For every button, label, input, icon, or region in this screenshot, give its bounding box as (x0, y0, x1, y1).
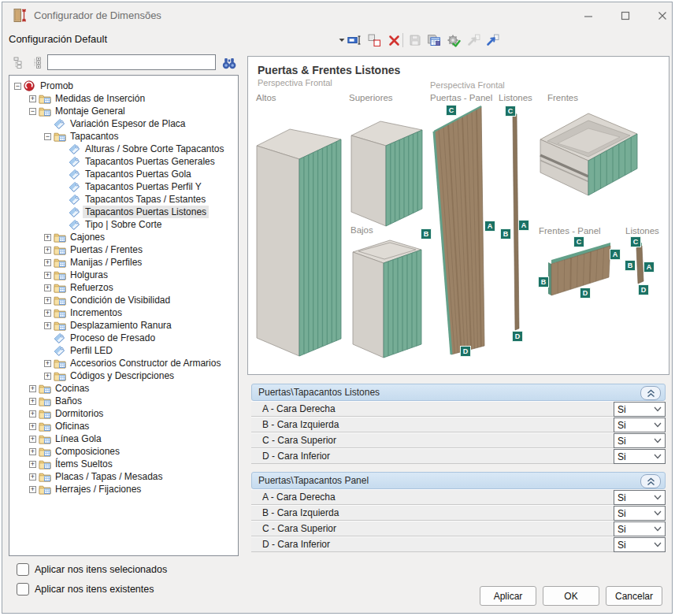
ok-button[interactable]: OK (543, 586, 599, 606)
tree-item[interactable]: +Oficinas (9, 420, 238, 432)
tree-expand-toggle[interactable]: + (44, 373, 51, 380)
tree-item[interactable]: +Códigos y Descripciones (9, 369, 238, 382)
tree-expand-toggle[interactable]: + (44, 247, 51, 254)
select-c-face[interactable]: Si (614, 521, 666, 536)
tree-item[interactable]: Tipo | Sobre Corte (9, 218, 238, 231)
tree-expand-toggle[interactable]: + (44, 360, 51, 367)
tree-item[interactable]: +Puertas / Frentes (9, 243, 238, 256)
tree-item[interactable]: Tapacantos Puertas Listones (9, 206, 238, 218)
binoculars-search-icon[interactable] (221, 55, 238, 71)
chevron-double-up-icon[interactable] (640, 386, 661, 400)
tree-item[interactable]: +Herrajes / Fijaciones (9, 483, 238, 495)
tree-item[interactable]: Alturas / Sobre Corte Tapacantos (9, 143, 238, 155)
collapse-all-icon[interactable] (12, 55, 28, 71)
export-configuration-icon[interactable] (484, 32, 501, 49)
tree-expand-toggle[interactable]: − (14, 83, 21, 90)
tree-item-label: Tapacantos Puertas Generales (83, 155, 217, 168)
tree-item[interactable]: Tapacantos Puertas Perfil Y (9, 180, 238, 193)
tree-expand-toggle[interactable]: + (44, 272, 51, 279)
tree-item[interactable]: +Holguras (9, 269, 238, 281)
tree-expand-toggle[interactable]: − (29, 108, 36, 115)
tree-expand-toggle[interactable]: + (29, 461, 36, 468)
tree-item[interactable]: +Manijas / Perfiles (9, 256, 238, 269)
tree-expand-toggle[interactable]: + (44, 234, 51, 241)
tree-item-label: Oficinas (53, 420, 91, 432)
tree-item[interactable]: −Montaje General (9, 105, 238, 117)
apply-selected-items-checkbox[interactable] (17, 563, 29, 576)
table-row: A - Cara DerechaSi (251, 489, 666, 505)
tree-item[interactable]: +Cajones (9, 231, 238, 243)
select-a-face[interactable]: Si (614, 490, 666, 505)
tree-expand-toggle[interactable]: − (44, 133, 51, 140)
rename-configuration-icon[interactable] (346, 32, 363, 49)
select-c-face[interactable]: Si (614, 433, 666, 448)
tree-item[interactable]: +Condición de Visibilidad (9, 294, 238, 306)
tree-item[interactable]: Tapacantos Tapas / Estantes (9, 193, 238, 206)
illustration-label: Listones (499, 93, 532, 102)
tree-item[interactable]: Proceso de Fresado (9, 332, 238, 344)
select-d-face[interactable]: Si (614, 537, 666, 552)
tree-item-label: Variación Espesor de Placa (68, 117, 188, 130)
configuration-name[interactable]: Configuración Default (9, 33, 107, 45)
close-button[interactable] (649, 6, 675, 26)
tree-item[interactable]: +Placas / Tapas / Mesadas (9, 470, 238, 483)
save-icon[interactable] (406, 32, 424, 49)
delete-configuration-icon[interactable] (385, 32, 402, 49)
tag-icon (69, 181, 83, 192)
tree-item[interactable]: +Cocinas (9, 382, 238, 395)
tree-expand-toggle[interactable]: + (29, 385, 36, 392)
tree-item[interactable]: +Dormitorios (9, 407, 238, 420)
tree-item[interactable]: +Refuerzos (9, 281, 238, 294)
tree-item[interactable]: +Accesorios Constructor de Armarios (9, 357, 238, 369)
search-input[interactable] (47, 54, 216, 70)
tree-item[interactable]: Tapacantos Puertas Gola (9, 168, 238, 180)
select-b-face[interactable]: Si (614, 417, 666, 432)
tree-item[interactable]: +Composiciones (9, 445, 238, 458)
tree-expand-toggle[interactable]: + (29, 436, 36, 443)
tree-item[interactable]: +Ítems Sueltos (9, 458, 238, 470)
apply-configuration-icon[interactable] (445, 32, 462, 49)
tree-item[interactable]: Variación Espesor de Placa (9, 117, 238, 130)
apply-button[interactable]: Aplicar (480, 586, 536, 606)
tree-item[interactable]: +Baños (9, 395, 238, 407)
minimize-button[interactable] (575, 6, 602, 26)
tree-item[interactable]: +Medidas de Inserción (9, 92, 238, 105)
tree-item[interactable]: +Línea Gola (9, 432, 238, 445)
cancel-button[interactable]: Cancelar (606, 586, 662, 606)
maximize-button[interactable] (612, 6, 639, 26)
tree-item[interactable]: Tapacantos Puertas Generales (9, 155, 238, 168)
table-row: A - Cara DerechaSi (251, 401, 666, 417)
tree-expand-toggle[interactable]: + (44, 284, 51, 291)
tree-expand-toggle[interactable]: + (29, 398, 36, 405)
tree-item[interactable]: Perfil LED (9, 344, 238, 357)
expand-all-icon[interactable] (31, 55, 46, 71)
apply-existing-items-checkbox[interactable] (17, 583, 29, 596)
tree-expand-toggle[interactable]: + (44, 297, 51, 304)
chevron-double-up-icon[interactable] (640, 474, 661, 488)
select-d-face[interactable]: Si (614, 449, 666, 464)
face-badge-listones-b: B (500, 228, 511, 239)
import-configuration-icon[interactable] (465, 32, 482, 49)
select-a-face[interactable]: Si (614, 402, 666, 417)
tree-item[interactable]: −Tapacantos (9, 130, 238, 143)
tree-item-label: Tipo | Sobre Corte (83, 218, 164, 231)
tree-item[interactable]: −Promob (9, 80, 238, 92)
tree-expand-toggle[interactable]: + (44, 322, 51, 329)
face-row-label: C - Cara Superior (262, 523, 336, 534)
tree-expand-toggle[interactable]: + (29, 410, 36, 417)
tree-expand-toggle[interactable]: + (44, 310, 51, 317)
tree-expand-toggle[interactable]: + (29, 473, 36, 481)
tree-item-label: Condición de Visibilidad (68, 294, 172, 306)
tree-item[interactable]: +Incrementos (9, 306, 238, 319)
tree-expand-toggle[interactable]: + (29, 95, 36, 102)
select-b-face[interactable]: Si (614, 506, 666, 521)
save-configurations-icon[interactable] (425, 32, 443, 49)
tree-item[interactable]: +Desplazamiento Ranura (9, 319, 238, 332)
tag-icon (69, 194, 83, 205)
copy-configuration-icon[interactable] (365, 32, 383, 49)
tree-expand-toggle[interactable]: + (29, 448, 36, 455)
tree-expand-toggle[interactable]: + (44, 259, 51, 266)
tree-item-label: Tapacantos Puertas Listones (83, 206, 209, 218)
tree-expand-toggle[interactable]: + (29, 486, 36, 493)
tree-expand-toggle[interactable]: + (29, 423, 36, 430)
